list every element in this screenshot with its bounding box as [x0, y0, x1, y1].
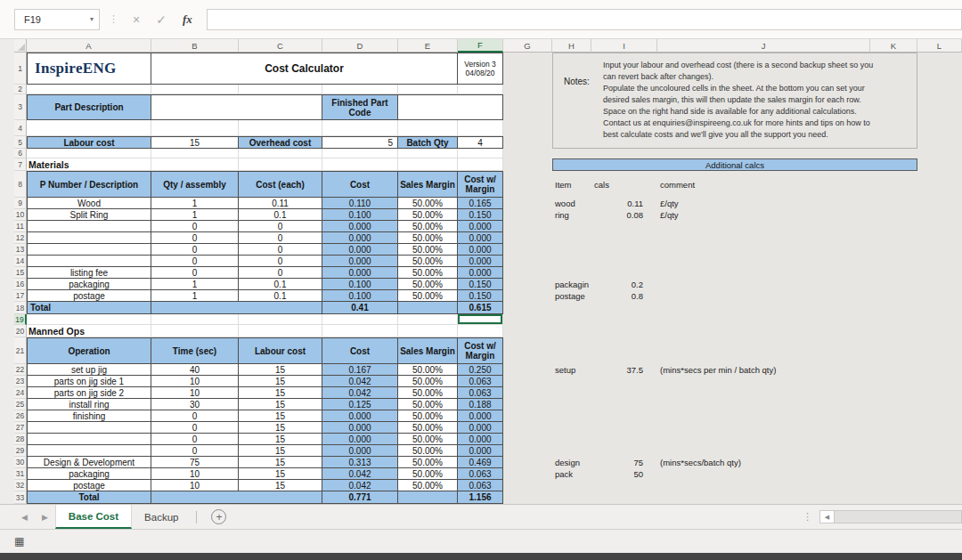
cell-K22[interactable] — [870, 364, 917, 376]
row-header-7[interactable]: 7 — [14, 158, 27, 171]
cell-H14[interactable] — [552, 256, 591, 267]
cell-F23[interactable]: 0.063 — [458, 376, 503, 387]
cell-A23[interactable]: parts on jig side 1 — [27, 376, 151, 387]
cell-C13[interactable]: 0 — [239, 244, 322, 256]
row-header-4[interactable]: 4 — [14, 120, 27, 136]
cell-G29[interactable] — [503, 445, 552, 457]
cell-E14[interactable]: 50.00% — [398, 256, 458, 267]
cell-D25[interactable]: 0.125 — [322, 399, 398, 410]
cell-E18[interactable] — [398, 302, 458, 314]
cell-C2[interactable] — [239, 85, 322, 94]
cell-F21[interactable]: Cost w/ Margin — [458, 337, 503, 364]
cell-H30[interactable]: design — [552, 457, 591, 468]
cell-J10[interactable]: £/qty — [657, 209, 870, 221]
cell-C26[interactable]: 15 — [239, 410, 322, 422]
cell-D6[interactable] — [322, 149, 398, 158]
cell-A9[interactable]: Wood — [27, 198, 151, 209]
row-header-29[interactable]: 29 — [14, 445, 27, 457]
cell-A21[interactable]: Operation — [27, 337, 151, 364]
cell-L24[interactable] — [917, 387, 962, 399]
cell-G28[interactable] — [503, 434, 552, 445]
col-header-D[interactable]: D — [322, 39, 398, 53]
cell-G26[interactable] — [503, 410, 552, 422]
cell-F32[interactable]: 0.063 — [458, 480, 503, 491]
cell-G31[interactable] — [503, 468, 552, 480]
cell-I14[interactable] — [591, 256, 657, 267]
cell-C31[interactable]: 15 — [239, 468, 322, 480]
cell-G30[interactable] — [503, 457, 552, 468]
tabs-scroll-left-icon[interactable]: ◀ — [14, 505, 35, 529]
cell-C22[interactable]: 15 — [239, 364, 322, 376]
cell-L9[interactable] — [917, 198, 962, 209]
cell-A28[interactable] — [27, 434, 151, 445]
cell-J23[interactable] — [657, 376, 870, 387]
cell-D5[interactable]: 5 — [322, 136, 398, 149]
cell-I30[interactable]: 75 — [591, 457, 657, 468]
cell-J25[interactable] — [657, 399, 870, 410]
cell-L19[interactable] — [917, 314, 962, 325]
cell-J12[interactable] — [657, 232, 870, 244]
cell-A11[interactable] — [27, 221, 151, 232]
cell-K9[interactable] — [870, 198, 917, 209]
cell-F24[interactable]: 0.063 — [458, 387, 503, 399]
row-header-24[interactable]: 24 — [14, 387, 27, 399]
cell-L6[interactable] — [917, 149, 962, 158]
cell-C6[interactable] — [239, 149, 322, 158]
cell-E10[interactable]: 50.00% — [398, 209, 458, 221]
cell-E25[interactable]: 50.00% — [398, 399, 458, 410]
cell-B25[interactable]: 30 — [151, 399, 239, 410]
cell-E6[interactable] — [398, 149, 458, 158]
cell-D2[interactable] — [322, 85, 398, 94]
cell-L4[interactable] — [917, 120, 962, 136]
cell-L14[interactable] — [917, 256, 962, 267]
cell-D26[interactable]: 0.000 — [322, 410, 398, 422]
cell-D27[interactable]: 0.000 — [322, 422, 398, 434]
cell-A12[interactable] — [27, 232, 151, 244]
cell-I21[interactable] — [591, 337, 657, 364]
cell-G25[interactable] — [503, 399, 552, 410]
cell-D24[interactable]: 0.042 — [322, 387, 398, 399]
col-header-G[interactable]: G — [503, 39, 552, 53]
row-header-16[interactable]: 16 — [14, 279, 27, 290]
col-header-C[interactable]: C — [239, 39, 322, 53]
cell-E13[interactable]: 50.00% — [398, 244, 458, 256]
cell-B13[interactable]: 0 — [151, 244, 239, 256]
cell-C16[interactable]: 0.1 — [239, 279, 322, 290]
cell-I23[interactable] — [591, 376, 657, 387]
cell-I29[interactable] — [591, 445, 657, 457]
cell-I31[interactable]: 50 — [591, 468, 657, 480]
cell-A3[interactable]: Part Description — [27, 94, 151, 120]
cell-B33[interactable] — [151, 491, 322, 504]
cell-L17[interactable] — [917, 290, 962, 302]
cell-H11[interactable] — [552, 221, 591, 232]
cell-I13[interactable] — [591, 244, 657, 256]
cell-L16[interactable] — [917, 279, 962, 290]
cell-H20[interactable] — [552, 325, 591, 337]
cell-D8[interactable]: Cost — [322, 171, 398, 198]
cell-C11[interactable]: 0 — [239, 221, 322, 232]
cell-L32[interactable] — [917, 480, 962, 491]
cell-C17[interactable]: 0.1 — [239, 290, 322, 302]
cell-C28[interactable]: 15 — [239, 434, 322, 445]
cell-G23[interactable] — [503, 376, 552, 387]
cell-I15[interactable] — [591, 267, 657, 279]
cell-K31[interactable] — [870, 468, 917, 480]
cell-F12[interactable]: 0.000 — [458, 232, 503, 244]
cell-I32[interactable] — [591, 480, 657, 491]
cell-F4[interactable] — [458, 120, 503, 136]
cell-C23[interactable]: 15 — [239, 376, 322, 387]
col-header-I[interactable]: I — [591, 39, 657, 53]
cell-D4[interactable] — [322, 120, 398, 136]
cell-I17[interactable]: 0.8 — [591, 290, 657, 302]
cell-E11[interactable]: 50.00% — [398, 221, 458, 232]
cell-F6[interactable] — [458, 149, 503, 158]
cell-H32[interactable] — [552, 480, 591, 491]
cell-D16[interactable]: 0.100 — [322, 279, 398, 290]
cell-A5[interactable]: Labour cost — [27, 136, 151, 149]
cell-C10[interactable]: 0.1 — [239, 209, 322, 221]
cell-G18[interactable] — [503, 302, 552, 314]
cell-H9[interactable]: wood — [552, 198, 591, 209]
cell-F13[interactable]: 0.000 — [458, 244, 503, 256]
cell-L26[interactable] — [917, 410, 962, 422]
cell-A29[interactable] — [27, 445, 151, 457]
